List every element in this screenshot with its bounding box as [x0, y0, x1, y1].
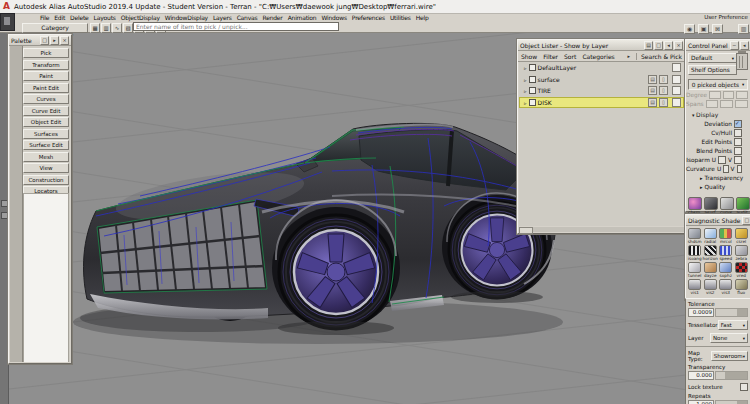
diagnostic-shade-tool[interactable]: zebra [734, 245, 750, 261]
menu-item[interactable]: Layouts [94, 14, 116, 21]
palette-tab[interactable]: View [23, 163, 69, 173]
category-dropdown[interactable]: Category [22, 23, 88, 33]
palette-tab[interactable]: Paint [23, 71, 69, 81]
menu-sort[interactable]: Sort [564, 53, 576, 60]
shelf-tool-icon[interactable] [688, 197, 702, 210]
quality-section[interactable]: Quality [686, 182, 750, 191]
diagnostic-shade-title-bar[interactable]: Diagnostic Shade [686, 215, 750, 226]
palette-title-bar[interactable]: Palette [9, 35, 71, 46]
strip-icon[interactable] [1, 200, 8, 207]
palette-tab[interactable]: Surface Edit [23, 140, 69, 150]
palette-tab[interactable]: Mesh [23, 152, 69, 162]
diagnostic-shade-tool[interactable]: vis1 [687, 279, 702, 295]
car-model[interactable] [73, 123, 563, 344]
layer-symmetry-icon[interactable]: ▤ [648, 86, 657, 95]
menu-item[interactable]: Help [416, 14, 429, 21]
degree-field[interactable] [709, 91, 721, 99]
shelf-tool-icon[interactable] [704, 197, 718, 210]
degree-field[interactable] [723, 91, 735, 99]
menu-item[interactable]: ObjectDisplay [121, 14, 160, 21]
layer-checkbox[interactable] [529, 76, 536, 83]
diagnostic-shade-tool[interactable]: shdsm [687, 228, 702, 244]
menu-item[interactable]: WindowDisplay [165, 14, 208, 21]
expander-icon[interactable] [524, 99, 527, 106]
snap-grid-icon[interactable]: ▣ [698, 24, 709, 34]
layer-page-icon[interactable] [672, 86, 681, 95]
diagnostic-shade-icon[interactable] [688, 279, 701, 290]
diagnostic-shade-tool[interactable]: tunnel [687, 262, 702, 278]
menu-item[interactable]: Windows [321, 14, 346, 21]
picked-objects-bar[interactable]: 0 picked objects▾ [688, 79, 748, 90]
palette-tab[interactable]: Pick [23, 48, 69, 58]
snap-cv-icon[interactable]: ⊠ [712, 24, 723, 34]
shelf-options-button[interactable]: Shelf Options [688, 65, 737, 75]
display-checkbox[interactable] [734, 138, 742, 146]
collapse-icon[interactable] [654, 41, 663, 50]
search-and-pick-button[interactable]: Search & Pick [636, 53, 682, 60]
layer-page-icon[interactable] [672, 63, 681, 72]
diagnostic-shade-tool[interactable]: vis3 [718, 279, 734, 295]
palette-tab[interactable]: Curves [23, 94, 69, 104]
tolerance-value[interactable]: 0.0009 [688, 308, 714, 317]
diagnostic-shade-tool[interactable]: csrel [734, 228, 750, 244]
spans-field[interactable] [720, 100, 733, 108]
menu-item[interactable]: Utilities [390, 14, 411, 21]
layer-symmetry-icon[interactable]: ▤ [648, 75, 657, 84]
expander-icon[interactable] [524, 64, 527, 71]
diagnostic-shade-tool[interactable]: fluo [734, 279, 750, 295]
shrink-icon[interactable] [740, 41, 749, 50]
display-section-header[interactable]: Display [692, 111, 750, 118]
transparency-section[interactable]: Transparency [686, 173, 750, 182]
transparency-value[interactable]: 0.000 [688, 371, 714, 380]
diagnostic-shade-icon[interactable] [704, 262, 717, 273]
curve-tool-icon[interactable]: ∿ [112, 23, 122, 33]
tessellator-dropdown[interactable]: Fast▾ [718, 320, 748, 330]
menu-item[interactable]: Layers [213, 14, 232, 21]
stages-icon[interactable]: ▥ [101, 23, 111, 33]
tolerance-slider[interactable] [715, 308, 748, 317]
diagnostic-shade-icon[interactable] [719, 262, 732, 273]
layer-checkbox[interactable] [529, 87, 536, 94]
menu-arrow-icon[interactable]: ▸ [627, 53, 630, 59]
layer-state-icon[interactable]: ▯ [659, 98, 668, 107]
diagnostic-shade-tool[interactable]: speed [718, 245, 734, 261]
trash-icon[interactable] [736, 53, 748, 70]
layout-grid-icon[interactable]: ▦ [90, 23, 100, 33]
diagnostic-shade-icon[interactable] [719, 279, 732, 290]
display-checkbox-v[interactable] [734, 156, 742, 164]
shelf-tool-icon[interactable] [736, 197, 750, 210]
layer-row[interactable]: DefaultLayer ▤ ▯ [519, 62, 684, 74]
palette-tab[interactable]: Surfaces [23, 129, 69, 139]
shelf-tool-icon[interactable] [720, 197, 734, 210]
close-icon[interactable] [674, 41, 683, 50]
layer-state-icon[interactable]: ▯ [659, 75, 668, 84]
menu-item[interactable]: Render [262, 14, 282, 21]
diagnostic-shade-tool[interactable]: radial [702, 228, 718, 244]
palette-tab[interactable]: Paint Edit [23, 83, 69, 93]
transparency-slider[interactable] [715, 371, 748, 380]
spans-field[interactable] [735, 100, 748, 108]
menu-item[interactable]: Delete [70, 14, 89, 21]
user-preferences-label[interactable]: User Preference [704, 14, 748, 20]
layer-symmetry-icon[interactable]: ▤ [648, 98, 657, 107]
dock-icon[interactable] [644, 41, 653, 50]
diagnostic-shade-tool[interactable]: isoang [687, 245, 702, 261]
palette-tab[interactable]: Transform [23, 60, 69, 70]
shelf-tool[interactable]: chsm [688, 197, 701, 215]
diagnostic-shade-icon[interactable] [735, 279, 748, 290]
strip-icon[interactable] [1, 212, 8, 219]
layer-page-icon[interactable] [672, 98, 681, 107]
map-type-dropdown[interactable]: Showroom▾ [711, 351, 748, 361]
menu-item[interactable]: File [40, 14, 49, 21]
diagnostic-shade-icon[interactable] [704, 245, 717, 256]
shelf-tool[interactable]: asurf [704, 197, 717, 215]
layer-page-icon[interactable] [672, 75, 681, 84]
menu-show[interactable]: Show [521, 53, 537, 60]
collapse-icon[interactable] [40, 36, 49, 45]
diagnostic-shade-icon[interactable] [704, 228, 717, 239]
palette-tool-area[interactable] [23, 193, 69, 362]
layer-state-icon[interactable]: ▯ [659, 86, 668, 95]
palette-tab[interactable]: Object Edit [23, 117, 69, 127]
menu-item[interactable]: Preferences [352, 14, 385, 21]
shrink-icon[interactable] [664, 41, 673, 50]
